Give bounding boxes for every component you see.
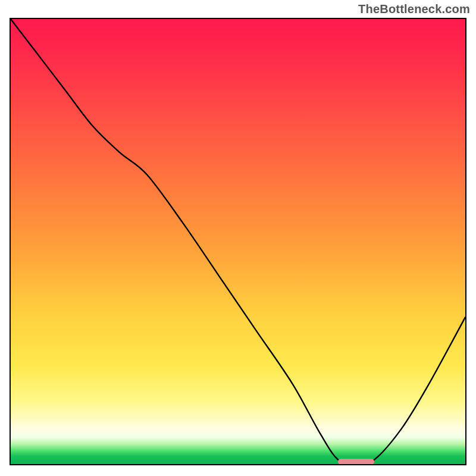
bottleneck-curve-path <box>11 19 465 464</box>
curve-svg <box>11 19 465 464</box>
plot-area <box>10 18 466 465</box>
chart-wrapper: TheBottleneck.com <box>0 0 476 476</box>
watermark-text: TheBottleneck.com <box>358 2 470 16</box>
optimal-marker <box>338 459 374 465</box>
